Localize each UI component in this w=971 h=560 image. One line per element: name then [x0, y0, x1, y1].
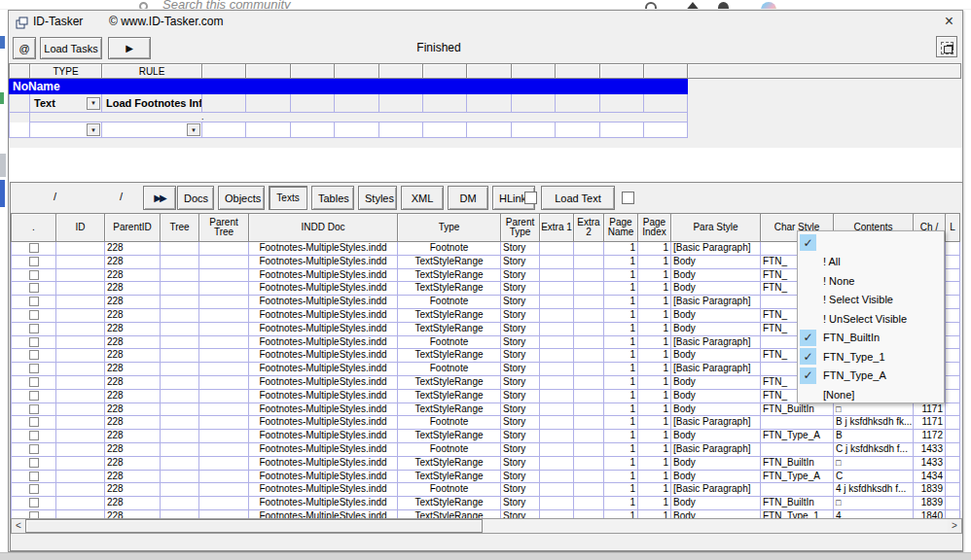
cell-parent_type: Story: [501, 416, 540, 429]
scroll-left-arrow-icon[interactable]: <: [12, 519, 25, 533]
cell-para_style: Body: [671, 497, 761, 509]
row-checkbox[interactable]: [29, 283, 39, 293]
cell-extra1: [540, 430, 574, 442]
path-left: /: [54, 191, 56, 202]
row-checkbox[interactable]: [29, 364, 39, 373]
toolbar-checkbox-1[interactable]: [524, 192, 537, 204]
row-checkbox[interactable]: [29, 270, 39, 280]
background-window-fragment: [0, 36, 5, 49]
fast-forward-button[interactable]: ▶▶: [143, 186, 176, 210]
cell-para_style: Body: [671, 403, 761, 416]
tab-docs[interactable]: Docs: [177, 186, 214, 210]
table-row[interactable]: 228Footnotes-MultipleStyles.inddTextStyl…: [12, 497, 960, 510]
scroll-right-arrow-icon[interactable]: >: [948, 519, 961, 533]
cell-parent_type: Story: [501, 323, 540, 335]
row-checkbox[interactable]: [29, 297, 39, 306]
cell-para_style: [Basic Paragraph]: [671, 483, 761, 496]
filter-option-none[interactable]: ! None: [798, 271, 944, 291]
rule-row-cell: [644, 94, 688, 113]
filter-option-select-visible[interactable]: ! Select Visible: [798, 291, 944, 310]
tab-texts[interactable]: Texts: [269, 186, 307, 210]
tab-xml[interactable]: XML: [401, 186, 444, 210]
globe-icon: [645, 2, 657, 10]
row-checkbox[interactable]: [29, 324, 39, 333]
run-button[interactable]: ▶: [108, 37, 151, 59]
row-checkbox[interactable]: [29, 498, 39, 508]
column-header-parent_tree: Parent Tree: [199, 214, 249, 242]
cell-id: [56, 403, 105, 416]
filter-option-ftn-type-a[interactable]: ✓FTN_Type_A: [798, 367, 944, 386]
cell-tree: [161, 430, 199, 442]
row-checkbox[interactable]: [29, 337, 39, 347]
table-row[interactable]: 228Footnotes-MultipleStyles.inddTextStyl…: [12, 430, 960, 443]
table-row[interactable]: 228Footnotes-MultipleStyles.inddFootnote…: [12, 483, 960, 497]
table-row[interactable]: 228Footnotes-MultipleStyles.inddFootnote…: [12, 443, 960, 457]
tab-dm[interactable]: DM: [448, 186, 488, 210]
cell-l: [946, 376, 960, 389]
cell-extra1: [540, 336, 574, 349]
row-checkbox[interactable]: [29, 391, 39, 401]
rule-header-cell: [644, 64, 688, 79]
rule-name-combo[interactable]: ▼: [102, 122, 202, 138]
scrollbar-thumb[interactable]: [25, 519, 483, 533]
load-tasks-button[interactable]: Load Tasks: [40, 37, 102, 59]
rule-note-row: .: [9, 113, 688, 122]
cell-sel: [12, 269, 56, 282]
table-row[interactable]: 228Footnotes-MultipleStyles.inddFootnote…: [12, 416, 960, 430]
row-checkbox[interactable]: [29, 350, 39, 360]
cell-sel: [12, 390, 56, 402]
tab-tables[interactable]: Tables: [311, 186, 354, 210]
horizontal-scrollbar[interactable]: < >: [11, 518, 962, 534]
at-button[interactable]: @: [13, 37, 36, 59]
cell-page_index: 1: [638, 497, 671, 509]
rule-header-cell: [10, 64, 30, 79]
row-checkbox[interactable]: [29, 484, 39, 494]
filter-option-ftn-type-1[interactable]: ✓FTN_Type_1: [798, 347, 944, 367]
filter-option-unselect-visible[interactable]: ! UnSelect Visible: [798, 309, 944, 329]
filter-option-ftn-builtin[interactable]: ✓FTN_BuiltIn: [798, 329, 944, 348]
row-checkbox[interactable]: [29, 243, 39, 253]
row-checkbox[interactable]: [29, 417, 39, 427]
tab-objects[interactable]: Objects: [218, 186, 265, 210]
scrollbar-track[interactable]: [483, 519, 948, 533]
rule-name-combo[interactable]: Load Footnotes Info▼: [102, 94, 202, 113]
rule-type-combo[interactable]: Text▼: [30, 94, 102, 113]
chevron-down-icon[interactable]: ▼: [87, 123, 100, 136]
toolbar-checkbox-2[interactable]: [622, 192, 634, 204]
empty-checkbox: [800, 386, 816, 402]
column-header-id: ID: [56, 214, 105, 242]
filter-header-check[interactable]: ✓: [798, 233, 944, 253]
cell-l: [946, 497, 960, 509]
close-button[interactable]: ×: [945, 13, 953, 30]
filter-option-none[interactable]: [None]: [798, 385, 944, 404]
load-text-button[interactable]: Load Text: [541, 186, 615, 210]
row-checkbox[interactable]: [29, 458, 39, 468]
row-checkbox[interactable]: [29, 404, 39, 414]
cascade-windows-button[interactable]: [936, 36, 957, 57]
rule-type-combo[interactable]: ▼: [30, 122, 102, 138]
row-checkbox[interactable]: [29, 472, 39, 481]
row-checkbox[interactable]: [29, 431, 39, 440]
cell-parent_id: 228: [105, 309, 161, 322]
table-row[interactable]: 228Footnotes-MultipleStyles.inddTextStyl…: [12, 457, 960, 471]
cell-extra2: [574, 430, 604, 442]
row-checkbox[interactable]: [29, 444, 39, 454]
chevron-down-icon[interactable]: ▼: [187, 123, 200, 136]
table-row[interactable]: 228Footnotes-MultipleStyles.inddTextStyl…: [12, 471, 960, 484]
cell-parent_type: Story: [501, 443, 540, 456]
cell-ch: 1839: [914, 497, 946, 509]
missing-glyph-box: □: [836, 404, 841, 414]
chevron-down-icon[interactable]: ▼: [87, 97, 100, 110]
cell-char_style: FTN_Type_A: [761, 430, 834, 442]
row-checkbox[interactable]: [29, 377, 39, 387]
cell-l: [946, 457, 960, 470]
row-checkbox[interactable]: [29, 310, 39, 320]
rule-header-cell: [423, 64, 467, 79]
table-row[interactable]: 228Footnotes-MultipleStyles.inddTextStyl…: [12, 403, 960, 417]
row-checkbox[interactable]: [29, 257, 39, 266]
tab-styles[interactable]: Styles: [358, 186, 397, 210]
cell-parent_tree: [199, 242, 249, 255]
filter-option-all[interactable]: ! All: [798, 253, 944, 272]
cell-doc: Footnotes-MultipleStyles.indd: [249, 443, 398, 456]
filter-option-label: FTN_Type_A: [823, 369, 886, 381]
